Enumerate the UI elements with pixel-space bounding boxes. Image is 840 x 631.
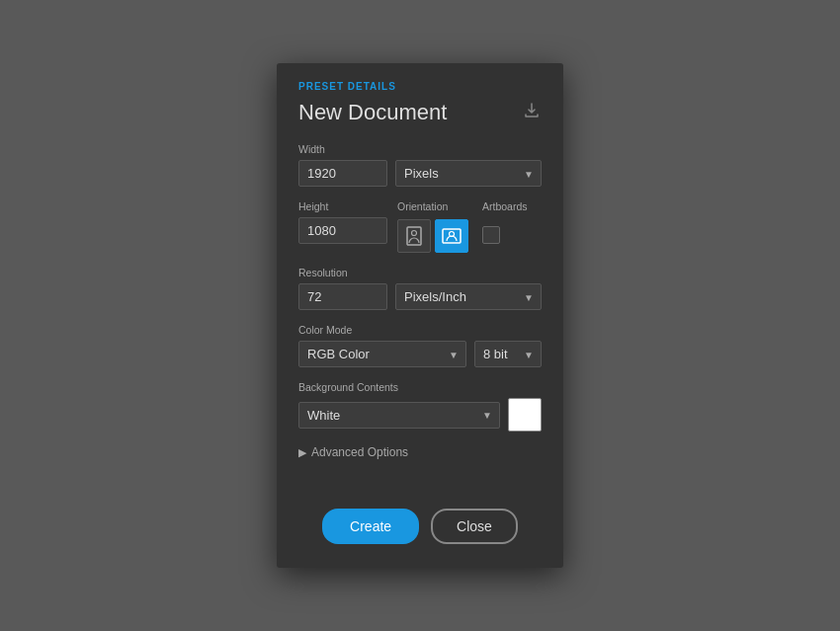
svg-point-1: [412, 231, 417, 236]
close-button[interactable]: Close: [431, 509, 518, 544]
save-preset-icon[interactable]: [522, 101, 542, 125]
resolution-unit-select[interactable]: Pixels/Inch Pixels/Centimeter: [395, 283, 542, 310]
preset-details-label: PRESET DETAILS: [298, 81, 542, 92]
artboards-group: Artboards: [482, 200, 528, 244]
bit-depth-wrapper: 8 bit 16 bit 32 bit ▼: [474, 341, 542, 367]
landscape-button[interactable]: [435, 219, 468, 253]
title-row: New Document: [298, 100, 542, 125]
document-title: New Document: [298, 100, 447, 125]
resolution-row: Pixels/Inch Pixels/Centimeter ▼: [298, 283, 542, 310]
color-mode-wrapper: RGB Color CMYK Color Grayscale Lab Color…: [298, 341, 466, 367]
width-label: Width: [298, 143, 542, 155]
width-input[interactable]: [298, 160, 387, 187]
resolution-unit-wrapper: Pixels/Inch Pixels/Centimeter ▼: [395, 283, 542, 310]
height-group: Height: [298, 200, 387, 244]
dialog-footer: Create Close: [277, 509, 563, 544]
artboards-label: Artboards: [482, 200, 528, 212]
resolution-label: Resolution: [298, 267, 542, 278]
background-color-swatch[interactable]: [508, 398, 542, 432]
new-document-dialog: PRESET DETAILS New Document Width Pixels…: [277, 63, 563, 568]
bit-depth-select[interactable]: 8 bit 16 bit 32 bit: [474, 341, 542, 367]
orientation-buttons: [397, 219, 468, 253]
artboards-checkbox[interactable]: [482, 226, 500, 244]
resolution-input[interactable]: [298, 283, 387, 310]
width-unit-wrapper: Pixels Inches Centimeters Millimeters Po…: [395, 160, 542, 187]
background-select[interactable]: White Black Background Color Transparent…: [298, 402, 500, 429]
orientation-label: Orientation: [397, 200, 468, 212]
color-mode-select[interactable]: RGB Color CMYK Color Grayscale Lab Color…: [298, 341, 466, 367]
color-mode-row: RGB Color CMYK Color Grayscale Lab Color…: [298, 341, 542, 367]
width-row: Pixels Inches Centimeters Millimeters Po…: [298, 160, 542, 187]
create-button[interactable]: Create: [322, 509, 419, 544]
background-contents-row: White Black Background Color Transparent…: [298, 398, 542, 432]
height-orientation-row: Height Orientation: [298, 200, 542, 253]
advanced-options-toggle[interactable]: ▶ Advanced Options: [298, 445, 542, 459]
advanced-options-chevron-icon: ▶: [298, 446, 306, 459]
height-label: Height: [298, 200, 387, 212]
advanced-options-label: Advanced Options: [311, 445, 408, 459]
background-label: Background Contents: [298, 381, 542, 393]
portrait-button[interactable]: [397, 219, 431, 253]
orientation-group: Orientation: [397, 200, 468, 253]
height-input[interactable]: [298, 217, 387, 244]
color-mode-label: Color Mode: [298, 324, 542, 336]
background-select-wrapper: White Black Background Color Transparent…: [298, 402, 500, 429]
width-unit-select[interactable]: Pixels Inches Centimeters Millimeters Po…: [395, 160, 542, 187]
